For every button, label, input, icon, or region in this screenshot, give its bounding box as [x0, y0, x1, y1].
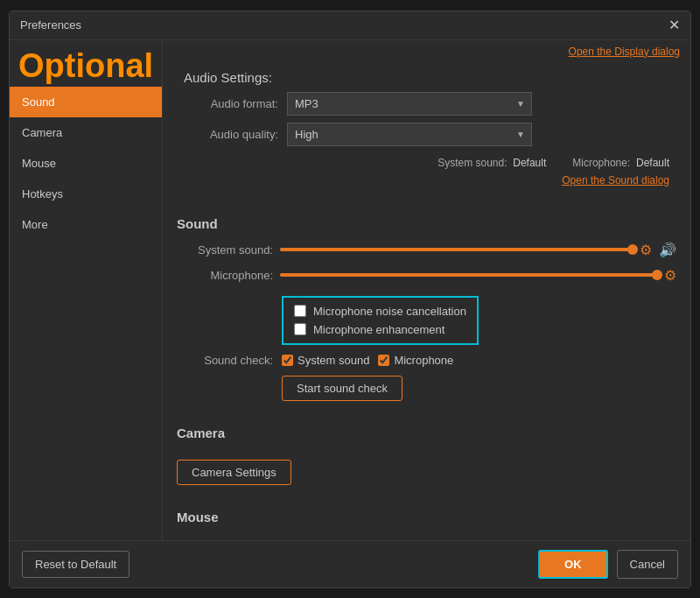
- noise-cancellation-label: Microphone noise cancellation: [313, 305, 466, 318]
- noise-cancellation-row: Microphone noise cancellation: [294, 305, 466, 318]
- audio-format-label: Audio format:: [173, 97, 278, 110]
- mouse-section: Mouse 🐾: [163, 501, 690, 540]
- microphone-check: Microphone: [378, 354, 453, 367]
- enhancement-label: Microphone enhancement: [313, 323, 444, 336]
- sidebar-item-camera[interactable]: Camera: [10, 117, 162, 148]
- status-row: System sound: Default Microphone: Defaul…: [173, 153, 680, 172]
- sound-section-title: Sound: [177, 216, 676, 231]
- start-sound-check-button[interactable]: Start sound check: [282, 376, 402, 401]
- microphone-icons: ⚙: [664, 267, 676, 284]
- ok-button[interactable]: OK: [538, 550, 608, 579]
- reset-to-default-button[interactable]: Reset to Default: [22, 551, 130, 578]
- audio-settings: Audio Settings: Audio format: MP3 AAC OG…: [163, 63, 690, 201]
- sidebar-item-hotkeys[interactable]: Hotkeys: [10, 179, 162, 209]
- audio-quality-row: Audio quality: High Medium Low: [173, 123, 680, 146]
- system-sound-slider[interactable]: [280, 248, 633, 251]
- system-sound-label: System sound:: [177, 243, 273, 257]
- sidebar-item-mouse[interactable]: Mouse: [10, 148, 162, 179]
- system-sound-fill: [280, 248, 633, 251]
- system-sound-check-label: System sound: [298, 354, 369, 367]
- optional-label: Optional: [10, 45, 162, 87]
- open-display-dialog-link[interactable]: Open the Display dialog: [569, 46, 680, 58]
- system-sound-thumb: [627, 244, 638, 255]
- audio-quality-select-wrapper: High Medium Low: [287, 123, 532, 146]
- preferences-dialog: Preferences ✕ Optional Sound Camera Mous…: [9, 11, 691, 588]
- audio-format-select-wrapper: MP3 AAC OGG WAV: [287, 92, 532, 116]
- camera-section-title: Camera: [177, 426, 676, 440]
- audio-format-select[interactable]: MP3 AAC OGG WAV: [287, 92, 532, 116]
- sidebar-item-more[interactable]: More: [10, 209, 162, 240]
- audio-section-title: Audio Settings:: [184, 70, 669, 85]
- microphone-thumb: [652, 270, 662, 280]
- enhancement-checkbox[interactable]: [294, 323, 306, 335]
- system-sound-icons: ⚙ 🔊: [640, 242, 676, 258]
- top-bar: Open the Display dialog: [163, 40, 690, 63]
- audio-format-row: Audio format: MP3 AAC OGG WAV: [173, 92, 680, 116]
- system-sound-volume-icon[interactable]: 🔊: [659, 242, 676, 258]
- system-sound-check: System sound: [282, 354, 369, 367]
- microphone-check-checkbox[interactable]: [378, 355, 389, 366]
- audio-quality-label: Audio quality:: [173, 128, 278, 141]
- footer: Reset to Default OK Cancel: [10, 540, 690, 587]
- mouse-section-title: Mouse: [177, 510, 676, 524]
- audio-section-title-row: Audio Settings:: [173, 67, 680, 92]
- microphone-settings-icon[interactable]: ⚙: [664, 267, 676, 284]
- dialog-title: Preferences: [20, 18, 81, 32]
- sound-check-label: Sound check:: [177, 354, 273, 367]
- sidebar: Optional Sound Camera Mouse Hotkeys More: [10, 40, 163, 540]
- sound-section: Sound System sound: ⚙ 🔊 Microphone:: [163, 208, 690, 410]
- camera-settings-button[interactable]: Camera Settings: [177, 460, 291, 485]
- microphone-fill: [280, 273, 657, 277]
- camera-section: Camera Camera Settings: [163, 417, 690, 494]
- system-sound-slider-row: System sound: ⚙ 🔊: [177, 242, 676, 258]
- microphone-status: Microphone: Default: [572, 157, 669, 169]
- microphone-check-label: Microphone: [394, 354, 453, 367]
- microphone-options-group: Microphone noise cancellation Microphone…: [282, 296, 479, 345]
- open-sound-link-row: Open the Sound dialog: [173, 172, 680, 193]
- dialog-body: Optional Sound Camera Mouse Hotkeys More…: [10, 40, 690, 540]
- microphone-label: Microphone:: [177, 269, 273, 282]
- footer-right: OK Cancel: [538, 550, 678, 579]
- enhancement-row: Microphone enhancement: [294, 323, 466, 336]
- sound-check-row: Sound check: System sound Microphone: [177, 354, 676, 367]
- cancel-button[interactable]: Cancel: [617, 550, 678, 579]
- system-sound-status: System sound: Default: [438, 157, 546, 169]
- system-sound-check-checkbox[interactable]: [282, 355, 293, 366]
- sidebar-item-sound[interactable]: Sound: [10, 87, 162, 117]
- main-content: Open the Display dialog Audio Settings: …: [163, 40, 690, 540]
- open-sound-dialog-link[interactable]: Open the Sound dialog: [562, 174, 669, 186]
- microphone-slider-row: Microphone: ⚙: [177, 267, 676, 284]
- microphone-slider[interactable]: [280, 273, 657, 277]
- audio-quality-select[interactable]: High Medium Low: [287, 123, 532, 146]
- title-bar: Preferences ✕: [10, 11, 690, 40]
- close-button[interactable]: ✕: [668, 18, 680, 32]
- noise-cancellation-checkbox[interactable]: [294, 305, 306, 317]
- system-sound-settings-icon[interactable]: ⚙: [640, 242, 652, 258]
